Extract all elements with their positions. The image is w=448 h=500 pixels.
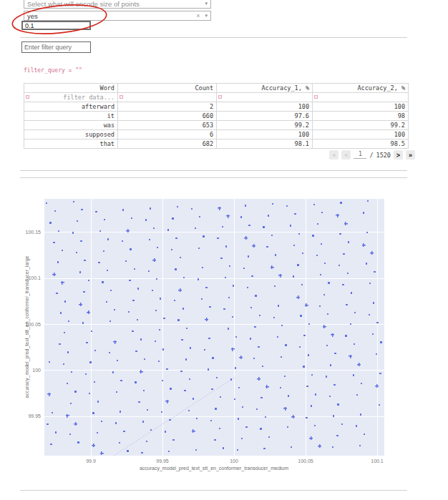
filter-cell-accuracy-1[interactable] [217,93,313,102]
scatter-point [375,384,379,388]
chevron-down-icon[interactable]: ▾ [205,13,208,19]
size-encoding-select[interactable]: Select what will encode size of points ▾ [24,0,211,9]
scatter-point [110,290,112,291]
scatter-point [336,435,338,436]
scatter-point [112,371,114,373]
filter-icon[interactable] [120,95,123,99]
chevron-down-icon[interactable]: ▾ [205,1,208,6]
scatter-point [203,235,204,237]
table-cell[interactable]: 100 [217,102,313,112]
scatter-point [195,449,197,451]
table-cell[interactable]: 97.6 [217,112,313,121]
table-cell[interactable]: was [24,121,118,130]
filter-icon[interactable] [26,95,29,99]
scatter-point [150,207,151,209]
filter-query-input[interactable]: Enter filter query [21,41,91,53]
scatter-point [86,342,87,343]
next-page-button[interactable]: > [394,150,403,160]
table-cell[interactable]: 2 [118,102,217,112]
scatter-point [91,330,92,332]
scatter-point [76,252,77,253]
scatter-point [326,376,327,377]
scatter-point [243,268,245,269]
filter-placeholder-text: filter data... [63,94,115,101]
scatter-point [216,377,218,378]
scatter-point [283,407,287,411]
scatter-point [223,308,225,310]
point-size-value-input[interactable]: 0.1 [21,21,91,30]
table-cell[interactable]: 660 [118,112,217,121]
scatter-point [235,367,236,368]
first-page-button[interactable]: « [329,150,339,160]
col-header-accuracy-2[interactable]: Accuracy_2, % [313,84,409,93]
y-axis-title: accuracy_model_pred_text_stt_en_conforme… [24,256,29,398]
table-cell[interactable]: 98.5 [313,139,409,149]
scatter-point [296,295,300,299]
scatter-point [215,408,216,409]
table-cell[interactable]: that [24,139,118,149]
scatter-point [228,297,230,298]
table-row[interactable]: afterward2100100 [24,102,409,112]
table-cell[interactable]: 99.2 [313,121,409,130]
table-cell[interactable]: 100 [313,130,409,139]
scatter-point [165,400,169,403]
scatter-point [52,412,53,413]
scatter-point [285,344,286,345]
scatter-point [155,310,157,311]
col-header-accuracy-1[interactable]: Accuracy_1, % [217,84,313,93]
point-size-toggle-select[interactable]: yes × ▾ [24,11,211,21]
scatter-point [97,432,98,433]
x-tick-label: 99.9 [79,459,103,464]
scatter-point [175,268,176,270]
filter-icon[interactable] [314,95,318,99]
scatter-point [238,418,239,419]
table-row[interactable]: that68298.198.5 [24,139,409,149]
last-page-button[interactable]: » [406,150,415,160]
col-header-count[interactable]: Count [118,84,217,93]
prev-page-button[interactable]: < [341,150,351,160]
table-cell[interactable]: afterward [24,102,118,112]
table-cell[interactable]: supposed [24,130,118,139]
table-row[interactable]: supposed6100100 [24,130,409,139]
scatter-point [300,315,301,316]
scatter-point [351,292,352,293]
divider [20,177,407,178]
scatter-point [145,219,147,220]
scatter-point [312,235,313,236]
filter-icon[interactable] [218,95,222,99]
table-cell[interactable]: 100 [217,130,313,139]
scatter-point [343,253,344,255]
table-cell[interactable]: it [24,112,118,121]
clear-selection-icon[interactable]: × [196,12,200,19]
filter-cell-count[interactable] [118,93,217,102]
table-cell[interactable]: 6 [118,130,217,139]
page-number-input[interactable]: 1 [354,151,366,159]
scatter-point [274,285,276,287]
x-tick-label: 100 [222,459,246,464]
table-cell[interactable]: 653 [118,121,217,130]
table-cell[interactable]: 99.2 [217,121,313,130]
col-header-word[interactable]: Word [24,84,118,93]
scatter-point [211,388,213,390]
scatter-point [281,356,282,358]
scatter-point [363,212,364,213]
table-row[interactable]: was65399.299.2 [24,121,409,130]
scatter-point [231,348,235,351]
scatter-plot[interactable] [44,199,384,456]
scatter-point [238,387,240,388]
filter-cell-accuracy-2[interactable] [313,93,409,102]
scatter-point [198,278,199,280]
filter-cell-word[interactable]: filter data... [24,93,118,102]
table-cell[interactable]: 100 [313,102,409,112]
table-cell[interactable]: 98 [313,112,409,121]
scatter-point [321,243,322,245]
scatter-point [341,423,343,425]
scatter-point [188,410,190,411]
table-cell[interactable]: 98.1 [217,139,313,149]
scatter-point [172,439,174,441]
scatter-point [266,385,269,388]
scatter-point [52,273,56,276]
table-cell[interactable]: 682 [118,139,217,149]
table-row[interactable]: it66097.698 [24,112,409,121]
scatter-point [337,403,339,405]
